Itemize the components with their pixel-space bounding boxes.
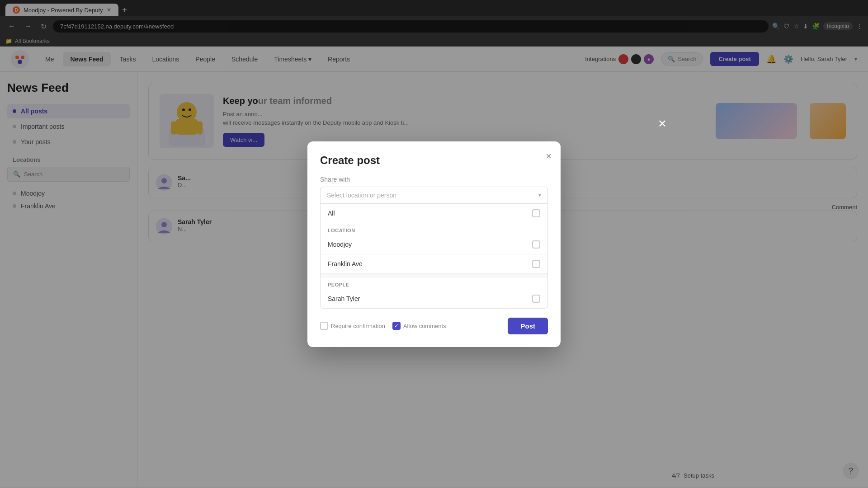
dropdown-option-franklin[interactable]: Franklin Ave [321, 254, 547, 274]
dropdown-option-all[interactable]: All [321, 204, 547, 223]
section-separator [321, 274, 547, 277]
moodjoy-checkbox[interactable] [532, 240, 540, 249]
overlay-dismiss-area: ✕ [658, 117, 667, 130]
allow-comments-label: Allow comments [403, 323, 446, 329]
modal-footer: Require confirmation ✓ Allow comments Po… [320, 318, 548, 334]
sarah-checkbox[interactable] [532, 295, 540, 303]
overlay-close-button[interactable]: ✕ [658, 117, 667, 130]
share-with-dropdown[interactable]: Select location or person ▾ [320, 187, 548, 203]
dropdown-placeholder: Select location or person [327, 192, 396, 199]
dropdown-arrow-icon: ▾ [538, 192, 541, 198]
dropdown-option-moodjoy[interactable]: Moodjoy [321, 235, 547, 254]
dropdown-list: All LOCATION Moodjoy Franklin Ave PEOPLE… [320, 203, 548, 309]
allow-comments-checkbox[interactable]: ✓ [392, 322, 401, 330]
create-post-modal: Create post × Share with Select location… [307, 141, 561, 347]
option-label: Sarah Tyler [328, 295, 360, 302]
people-section-header: PEOPLE [321, 277, 547, 289]
share-with-label: Share with [320, 176, 548, 183]
modal-close-button[interactable]: × [546, 150, 552, 162]
modal-title: Create post [320, 154, 548, 167]
option-label: All [328, 210, 335, 217]
require-confirmation-label: Require confirmation [331, 323, 385, 329]
all-checkbox[interactable] [532, 209, 540, 217]
require-confirmation-option[interactable]: Require confirmation [320, 322, 385, 330]
location-section-header: LOCATION [321, 223, 547, 235]
option-label: Moodjoy [328, 241, 352, 248]
allow-comments-option[interactable]: ✓ Allow comments [392, 322, 446, 330]
franklin-checkbox[interactable] [532, 260, 540, 268]
require-confirmation-checkbox[interactable] [320, 322, 328, 330]
option-label: Franklin Ave [328, 260, 363, 267]
dropdown-option-sarah[interactable]: Sarah Tyler [321, 289, 547, 308]
post-button[interactable]: Post [508, 318, 548, 334]
modal-overlay[interactable]: ✕ Create post × Share with Select locati… [0, 0, 868, 488]
